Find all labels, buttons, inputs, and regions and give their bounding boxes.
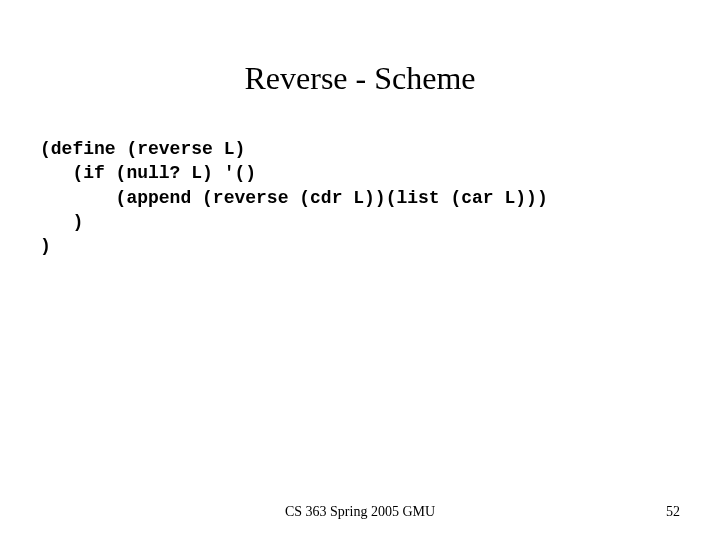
slide-container: Reverse - Scheme (define (reverse L) (if… bbox=[0, 0, 720, 540]
footer: CS 363 Spring 2005 GMU bbox=[0, 504, 720, 520]
footer-text: CS 363 Spring 2005 GMU bbox=[285, 504, 435, 520]
slide-title: Reverse - Scheme bbox=[40, 60, 680, 97]
page-number: 52 bbox=[666, 504, 680, 520]
code-block: (define (reverse L) (if (null? L) '() (a… bbox=[40, 137, 680, 258]
